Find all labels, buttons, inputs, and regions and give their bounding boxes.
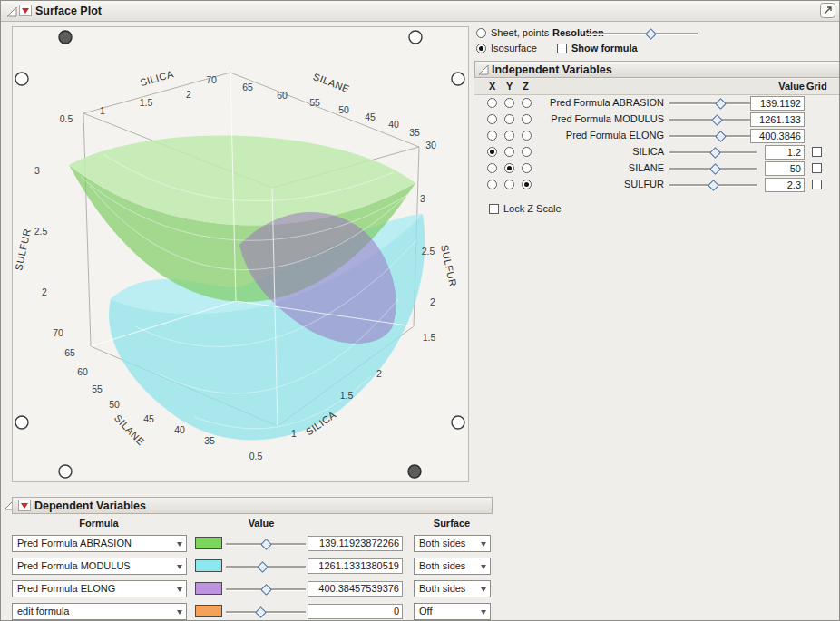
rotate-handle[interactable]	[15, 73, 28, 85]
slider-thumb[interactable]	[255, 606, 267, 618]
rotate-handle[interactable]	[15, 416, 28, 429]
variable-label: SILANE	[509, 162, 664, 173]
value-input[interactable]: 400.3846	[750, 129, 805, 143]
red-triangle-menu-icon[interactable]	[19, 5, 32, 16]
formula-dropdown[interactable]: edit formula	[12, 603, 187, 620]
grid-checkbox[interactable]	[812, 163, 822, 173]
silane-bottom-tick: 65	[64, 347, 75, 358]
silica-bottom-tick: 1	[291, 428, 297, 439]
slider-groove	[669, 102, 757, 105]
value-input[interactable]: 50	[765, 161, 805, 176]
silica-top-axis-title: SILICA	[139, 68, 175, 88]
formula-dropdown[interactable]: Pred Formula ELONG	[12, 580, 187, 597]
surface-mode-dropdown[interactable]: Off	[414, 603, 491, 620]
value-input[interactable]: 139.1192	[750, 96, 805, 111]
sulfur-right-tick: 2.5	[422, 246, 435, 257]
slider-thumb[interactable]	[260, 584, 272, 596]
rotate-handle[interactable]	[59, 465, 72, 478]
slider-thumb[interactable]	[709, 147, 721, 159]
isosurface-radio[interactable]	[476, 44, 486, 53]
column-header-value: Value	[750, 81, 805, 92]
show-formula-label: Show formula	[571, 43, 638, 53]
silica-top-tick: 0.5	[60, 113, 73, 124]
value-slider[interactable]	[226, 539, 306, 548]
rotate-handle[interactable]	[408, 465, 421, 478]
surface-color-swatch[interactable]	[195, 559, 222, 572]
value-slider[interactable]	[669, 180, 757, 189]
grid-checkbox[interactable]	[812, 147, 822, 157]
value-slider[interactable]	[226, 606, 306, 616]
slider-thumb[interactable]	[715, 98, 727, 110]
variable-label: Pred Formula ABRASION	[509, 97, 664, 108]
variable-label: SILICA	[509, 146, 664, 157]
rotate-handle[interactable]	[409, 31, 422, 44]
sheet-points-radio[interactable]	[476, 28, 486, 38]
lock-z-scale-checkbox[interactable]	[489, 204, 499, 214]
red-triangle-menu-icon[interactable]	[18, 500, 31, 511]
resolution-slider[interactable]	[587, 28, 698, 38]
slider-thumb[interactable]	[715, 131, 727, 142]
x-radio[interactable]	[487, 147, 497, 157]
sulfur-right-tick: 2	[430, 296, 435, 307]
value-slider[interactable]	[669, 131, 757, 141]
value-input[interactable]: 400.38457539376	[308, 581, 403, 597]
surface-mode-dropdown[interactable]: Both sides	[414, 558, 491, 575]
disclosure-icon[interactable]	[6, 6, 17, 17]
value-slider[interactable]	[669, 114, 757, 124]
silane-bottom-tick: 70	[53, 327, 63, 338]
x-radio[interactable]	[487, 180, 497, 189]
rotate-handle[interactable]	[59, 31, 72, 44]
variable-label: SULFUR	[509, 179, 664, 189]
slider-thumb[interactable]	[260, 539, 272, 550]
show-formula-checkbox[interactable]	[557, 44, 567, 53]
value-input[interactable]: 139.11923872266	[308, 536, 403, 551]
rotate-handle[interactable]	[452, 416, 464, 429]
slider-thumb[interactable]	[711, 114, 723, 126]
x-radio[interactable]	[487, 131, 497, 141]
value-slider[interactable]	[226, 561, 306, 571]
value-input[interactable]: 1.2	[765, 145, 805, 160]
slider-thumb[interactable]	[645, 28, 657, 40]
independent-variables-header[interactable]: Independent Variables	[474, 61, 840, 78]
formula-dropdown[interactable]: Pred Formula ABRASION	[12, 535, 187, 552]
value-slider[interactable]	[669, 98, 757, 108]
silane-bottom-tick: 55	[92, 383, 103, 394]
value-slider[interactable]	[226, 584, 306, 594]
disclosure-icon[interactable]	[478, 64, 489, 75]
sulfur-right-tick: 3	[420, 193, 425, 204]
slider-thumb[interactable]	[257, 561, 269, 573]
surface-plot-canvas[interactable]: 0.5 1 1.5 2 SILICA 70 65 60 55 50 45 40 …	[12, 26, 469, 482]
surface-plot-3d: 0.5 1 1.5 2 SILICA 70 65 60 55 50 45 40 …	[13, 27, 468, 481]
column-header-value: Value	[216, 518, 307, 529]
slider-thumb[interactable]	[708, 180, 719, 191]
surface-color-swatch[interactable]	[195, 605, 222, 617]
slider-thumb[interactable]	[709, 163, 721, 175]
surface-mode-dropdown[interactable]: Both sides	[414, 535, 491, 552]
surface-mode-dropdown[interactable]: Both sides	[414, 580, 491, 597]
value-input[interactable]: 1261.133	[750, 112, 805, 127]
formula-dropdown[interactable]: Pred Formula MODULUS	[12, 558, 187, 575]
value-slider[interactable]	[669, 147, 757, 157]
variable-label: Pred Formula MODULUS	[509, 113, 664, 124]
column-header-z: Z	[523, 81, 529, 92]
dependent-variables-header[interactable]: Dependent Variables	[12, 497, 493, 514]
x-radio[interactable]	[487, 98, 497, 108]
sulfur-left-tick: 2.5	[34, 226, 48, 237]
x-radio[interactable]	[487, 163, 497, 173]
silica-top-tick: 1.5	[140, 97, 153, 108]
silane-top-tick: 45	[365, 112, 376, 122]
journal-popout-icon[interactable]	[820, 3, 835, 20]
silane-top-tick: 55	[309, 97, 320, 108]
value-slider[interactable]	[669, 163, 757, 173]
value-input[interactable]: 0	[308, 604, 403, 619]
surface-color-swatch[interactable]	[195, 582, 222, 595]
rotate-handle[interactable]	[452, 73, 464, 85]
column-header-surface: Surface	[414, 518, 490, 529]
x-radio[interactable]	[487, 114, 497, 124]
sulfur-right-axis-title: SULFUR	[439, 244, 459, 287]
value-input[interactable]: 1261.1331380519	[308, 558, 403, 574]
surface-color-swatch[interactable]	[195, 537, 222, 549]
value-input[interactable]: 2.3	[765, 178, 805, 192]
grid-checkbox[interactable]	[812, 180, 822, 189]
slider-groove	[587, 33, 698, 35]
